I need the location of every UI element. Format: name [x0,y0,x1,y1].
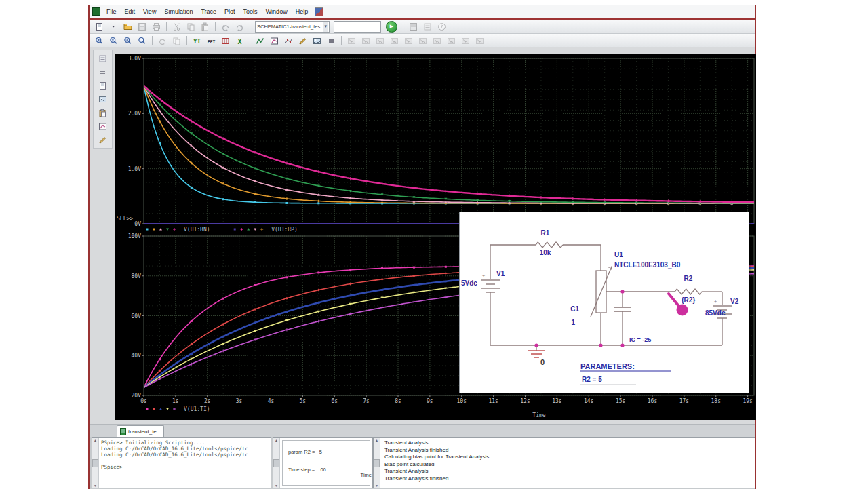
svg-text:1.0V: 1.0V [128,166,141,172]
cursor-trough-button[interactable] [374,35,387,46]
toolbar-separator [403,22,403,31]
cursor-point-button[interactable] [431,35,443,46]
svg-text:19s: 19s [743,398,753,404]
cursor-toggle-button[interactable] [345,35,358,46]
toolbar-separator [250,36,250,45]
menu-plot[interactable]: Plot [220,7,239,16]
view-output-file-button[interactable] [96,107,109,118]
svg-text:6s: 6s [331,398,338,404]
command-log-text[interactable]: PSpice> Initializing Scripting.... Loadi… [99,438,250,488]
status-scrollbar[interactable]: ▲▼ [273,438,280,488]
undo-button[interactable] [219,21,232,32]
schematic-label-parameters_title: PARAMETERS: [580,362,635,370]
label-point-button[interactable] [459,35,472,46]
orcad-logo-icon [315,7,323,16]
output-panels: ▲▼ PSpice> Initializing Scripting.... Lo… [90,437,755,489]
save-button[interactable] [136,21,149,32]
svg-text:FFT: FFT [208,39,216,44]
schematic-label-parameters_value: R2 = 5 [582,376,602,383]
menu-simulation[interactable]: Simulation [160,7,197,16]
export-excel-button[interactable]: X [233,35,246,46]
simulation-message[interactable]: Transient Analysis [380,468,755,475]
simulation-message[interactable]: Transient Analysis [380,439,755,447]
add-trace-button[interactable] [254,35,267,46]
simulation-message[interactable]: Bias point calculated [380,461,755,469]
tab-label: transient_te [128,429,157,435]
zoom-area-button[interactable] [121,35,134,46]
view-results-button[interactable] [96,121,109,132]
tab-transient[interactable]: transient_te [117,425,164,437]
help-button[interactable]: ? [435,21,448,32]
zoom-out-button[interactable] [107,35,120,46]
menu-edit[interactable]: Edit [121,7,140,16]
mark-voltage-button[interactable]: YI [191,35,203,46]
menu-view[interactable]: View [139,7,160,16]
plot-grid-button[interactable] [219,35,232,46]
schematic-label-r1_ref: R1 [541,229,550,237]
cursor-slope-button[interactable] [388,35,401,46]
add-plot-button[interactable] [268,35,281,46]
save-results-button[interactable] [407,21,420,32]
paste-button[interactable] [199,21,212,32]
redo-zoom-button[interactable] [170,35,183,46]
menu-file[interactable]: File [102,7,121,16]
undo-zoom-button[interactable] [156,35,169,46]
simulation-message[interactable]: Transient Analysis finished [380,475,755,483]
view-settings-button[interactable] [421,21,434,32]
fft-button[interactable]: FFT [205,35,218,46]
new-file-dropdown-button[interactable] [107,21,120,32]
simulation-message[interactable]: Calculating bias point for Transient Ana… [380,454,755,461]
cursor-min-button[interactable] [402,35,415,46]
probe-plot-window: 3.0V2.0V1.0V0V100V80V60V40V20V0s1s2s3s4s… [115,54,756,420]
svg-text:SEL>>: SEL>> [117,216,133,222]
svg-text:3s: 3s [236,398,243,404]
schematic-label-r1_value: 10k [540,249,551,256]
zoom-fit-button[interactable] [136,35,149,46]
zoom-in-button[interactable] [93,35,106,46]
log-scrollbar[interactable]: ▲▼ [92,438,99,488]
cursor-search-button[interactable] [445,35,458,46]
svg-text:0V: 0V [134,221,141,227]
new-text-file-button[interactable] [96,80,109,91]
document-icon [120,428,126,435]
schematic-label-ic_text: IC = -25 [629,336,651,343]
menu-tools[interactable]: Tools [239,7,262,16]
simulation-messages-list[interactable]: Transient AnalysisTransient Analysis fin… [380,438,755,488]
schematic-label-r2_value: {R2} [682,296,696,304]
svg-text:20V: 20V [132,393,142,399]
run-simulation-button[interactable]: ▶ [386,21,397,33]
cursor-max-button[interactable] [416,35,429,46]
pspice-app-icon [92,7,100,16]
svg-text:9s: 9s [427,398,433,404]
probe-toolbar: YIFFTX [90,34,755,48]
messages-scrollbar[interactable]: ▲▼ [374,438,380,488]
schematic-label-u1_model: NTCLE100E3103_B0 [614,261,681,269]
menu-window[interactable]: Window [262,7,292,16]
svg-text:13s: 13s [552,398,562,404]
new-file-button[interactable] [93,21,106,32]
zoom-cursor-button[interactable] [473,35,486,46]
cut-button[interactable] [170,21,183,32]
open-file-button[interactable] [121,21,134,32]
simulation-queue-button[interactable] [96,66,109,77]
redo-button[interactable] [233,21,246,32]
simulation-profile-select[interactable]: SCHEMATIC1-transient_tes▾ [255,21,330,33]
svg-text:100V: 100V [128,233,141,239]
mark-data-points-button[interactable] [282,35,295,46]
view-circuit-file-button[interactable] [96,94,109,104]
copy-to-clipboard-button[interactable] [311,35,323,46]
edit-profile-button[interactable] [96,134,109,145]
measurement-select[interactable] [334,21,381,33]
svg-text:8s: 8s [395,398,401,404]
print-button[interactable] [150,21,163,32]
simulation-message[interactable]: Transient Analysis finished [380,447,755,454]
edit-trace-button[interactable] [296,35,309,46]
copy-button[interactable] [184,21,197,32]
cursor-peak-button[interactable] [359,35,372,46]
svg-text:2s: 2s [204,398,211,404]
menu-help[interactable]: Help [292,7,313,16]
evaluate-measurement-button[interactable] [325,35,338,46]
view-schematic-button[interactable] [96,53,109,64]
menu-trace[interactable]: Trace [197,7,220,16]
chevron-down-icon: ▾ [323,22,328,32]
